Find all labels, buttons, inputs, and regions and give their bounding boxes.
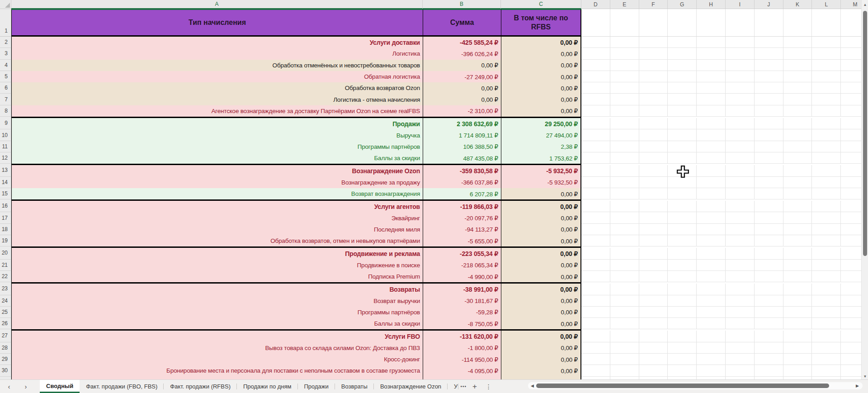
- cell-C7-rfbs[interactable]: 0,00 ₽: [501, 94, 581, 105]
- cell-C10-rfbs[interactable]: 27 494,00 ₽: [501, 129, 581, 141]
- row-number-24[interactable]: 24: [0, 295, 11, 307]
- empty-cells-row-3[interactable]: [581, 48, 861, 59]
- cell-A27-label[interactable]: Услуги FBO: [11, 329, 423, 342]
- empty-cells-row-11[interactable]: [581, 141, 861, 152]
- cell-B21-sum[interactable]: -218 065,34 ₽: [423, 260, 501, 271]
- cell-C22-rfbs[interactable]: 0,00 ₽: [501, 271, 581, 282]
- scroll-left-icon[interactable]: ◀: [531, 384, 534, 388]
- row-number-27[interactable]: 27: [0, 329, 11, 342]
- empty-cells-row-5[interactable]: [581, 71, 861, 82]
- empty-cells-row-14[interactable]: [581, 177, 861, 188]
- row-number-25[interactable]: 25: [0, 307, 11, 318]
- cell-A7-label[interactable]: Логистика - отмена начисления: [11, 94, 423, 105]
- select-all-corner[interactable]: [0, 0, 11, 9]
- cell-C14-rfbs[interactable]: -5 932,50 ₽: [501, 177, 581, 188]
- sheet-tab-1[interactable]: Сводный: [40, 380, 80, 393]
- empty-cells-row-6[interactable]: [581, 82, 861, 94]
- row-number-2[interactable]: 2: [0, 37, 11, 48]
- row-number-4[interactable]: 4: [0, 60, 11, 71]
- cell-A28-label[interactable]: Вывоз товара со склада силами Ozon: Дост…: [11, 342, 423, 354]
- scroll-down-icon[interactable]: ▼: [862, 374, 868, 379]
- empty-cells-row-27[interactable]: [581, 329, 861, 342]
- empty-cells-row-25[interactable]: [581, 307, 861, 318]
- column-header-C[interactable]: C: [501, 0, 581, 9]
- empty-cells-row-19[interactable]: [581, 235, 861, 246]
- cell-C27-rfbs[interactable]: 0,00 ₽: [501, 329, 581, 342]
- column-header-A[interactable]: A: [11, 0, 423, 9]
- cell-B22-sum[interactable]: -4 990,00 ₽: [423, 271, 501, 282]
- row-number-15[interactable]: 15: [0, 188, 11, 199]
- column-header-J[interactable]: J: [755, 0, 783, 9]
- cell-C15-rfbs[interactable]: 0,00 ₽: [501, 188, 581, 199]
- cell-B25-sum[interactable]: -59,28 ₽: [423, 307, 501, 318]
- sheet-tab-4[interactable]: Продажи по дням: [237, 380, 298, 393]
- row-number-28[interactable]: 28: [0, 342, 11, 354]
- empty-cells-row-16[interactable]: [581, 199, 861, 212]
- row-number-20[interactable]: 20: [0, 246, 11, 259]
- cell-C4-rfbs[interactable]: 0,00 ₽: [501, 60, 581, 71]
- empty-cells-row-28[interactable]: [581, 342, 861, 354]
- cell-A12-label[interactable]: Баллы за скидки: [11, 152, 423, 164]
- empty-cells-row-12[interactable]: [581, 152, 861, 164]
- column-header-H[interactable]: H: [697, 0, 726, 9]
- row-number-3[interactable]: 3: [0, 48, 11, 59]
- scroll-up-icon[interactable]: ▲: [862, 3, 868, 7]
- cell-A17-label[interactable]: Эквайринг: [11, 212, 423, 223]
- cell-A25-label[interactable]: Программы партнёров: [11, 307, 423, 318]
- row-number-9[interactable]: 9: [0, 117, 11, 129]
- empty-cells-row-29[interactable]: [581, 354, 861, 365]
- column-header-L[interactable]: L: [812, 0, 841, 9]
- cell-C9-rfbs[interactable]: 29 250,00 ₽: [501, 117, 581, 129]
- cell-A9-label[interactable]: Продажи: [11, 117, 423, 129]
- row-number-22[interactable]: 22: [0, 271, 11, 282]
- cell-A16-label[interactable]: Услуги агентов: [11, 199, 423, 212]
- sheet-tab-6[interactable]: Возвраты: [335, 380, 374, 393]
- sheet-nav-left-icon[interactable]: ‹: [0, 380, 18, 393]
- empty-cells-row-26[interactable]: [581, 318, 861, 329]
- header-cell-charge-type[interactable]: Тип начисления: [11, 9, 423, 37]
- sheet-tab-5[interactable]: Продажи: [298, 380, 335, 393]
- cell-A22-label[interactable]: Подписка Premium: [11, 271, 423, 282]
- column-header-B[interactable]: B: [423, 0, 501, 9]
- column-header-I[interactable]: I: [726, 0, 755, 9]
- empty-cells-row-18[interactable]: [581, 224, 861, 235]
- cell-A11-label[interactable]: Программы партнёров: [11, 141, 423, 152]
- empty-cells-row-24[interactable]: [581, 295, 861, 307]
- scroll-right-icon[interactable]: ▶: [856, 384, 859, 388]
- row-number-19[interactable]: 19: [0, 235, 11, 246]
- cell-B6-sum[interactable]: 0,00 ₽: [423, 82, 501, 94]
- cell-A26-label[interactable]: Баллы за скидки: [11, 318, 423, 329]
- empty-cells-row-30[interactable]: [581, 365, 861, 376]
- row-number-26[interactable]: 26: [0, 318, 11, 329]
- cell-B4-sum[interactable]: 0,00 ₽: [423, 60, 501, 71]
- cell-B12-sum[interactable]: 487 435,08 ₽: [423, 152, 501, 164]
- cell-C2-rfbs[interactable]: 0,00 ₽: [501, 37, 581, 48]
- row-number-30[interactable]: 30: [0, 365, 11, 376]
- cell-A8-label[interactable]: Агентское вознаграждение за доставку Пар…: [11, 105, 423, 117]
- cell-C25-rfbs[interactable]: 0,00 ₽: [501, 307, 581, 318]
- cell-C24-rfbs[interactable]: 0,00 ₽: [501, 295, 581, 307]
- cell-B20-sum[interactable]: -223 055,34 ₽: [423, 246, 501, 259]
- cell-C26-rfbs[interactable]: 0,00 ₽: [501, 318, 581, 329]
- vertical-scrollbar[interactable]: ▲ ▼: [861, 0, 868, 382]
- row-number-29[interactable]: 29: [0, 354, 11, 365]
- cell-C19-rfbs[interactable]: 0,00 ₽: [501, 235, 581, 246]
- cell-C29-rfbs[interactable]: 0,00 ₽: [501, 354, 581, 365]
- vertical-scrollbar-thumb[interactable]: [863, 11, 867, 256]
- cell-A6-label[interactable]: Обработка возвратов Ozon: [11, 82, 423, 94]
- empty-cells-row-21[interactable]: [581, 260, 861, 271]
- cell-A10-label[interactable]: Выручка: [11, 129, 423, 141]
- cell-B24-sum[interactable]: -30 181,67 ₽: [423, 295, 501, 307]
- row-number-14[interactable]: 14: [0, 177, 11, 188]
- more-tabs-icon[interactable]: •••: [458, 380, 468, 393]
- cell-C17-rfbs[interactable]: 0,00 ₽: [501, 212, 581, 223]
- cell-C18-rfbs[interactable]: 0,00 ₽: [501, 224, 581, 235]
- cell-C30-rfbs[interactable]: 0,00 ₽: [501, 365, 581, 376]
- cell-C3-rfbs[interactable]: 0,00 ₽: [501, 48, 581, 59]
- cell-C5-rfbs[interactable]: 0,00 ₽: [501, 71, 581, 82]
- header-cell-rfbs[interactable]: В том числе по RFBS: [501, 9, 581, 37]
- empty-cells-row-17[interactable]: [581, 212, 861, 223]
- sheet-tab-3[interactable]: Факт. продажи (RFBS): [164, 380, 237, 393]
- cell-A29-label[interactable]: Кросс-докинг: [11, 354, 423, 365]
- cell-B19-sum[interactable]: -5 655,00 ₽: [423, 235, 501, 246]
